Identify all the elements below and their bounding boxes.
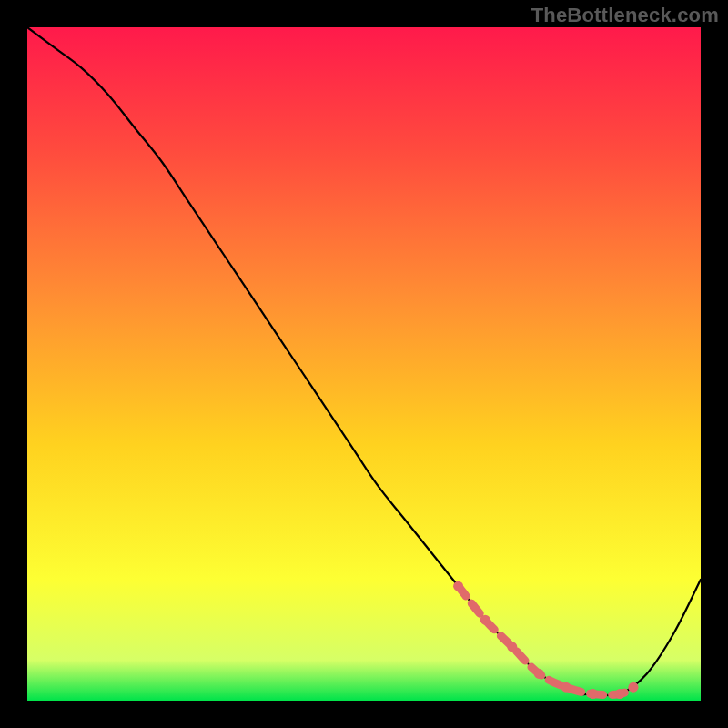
optimal-range-dot — [588, 689, 598, 699]
chart-stage: TheBottleneck.com — [0, 0, 728, 728]
attribution-text: TheBottleneck.com — [531, 4, 719, 27]
optimal-range-dot — [480, 615, 490, 625]
plot-area — [27, 27, 701, 701]
optimal-range-dot — [561, 682, 571, 693]
chart-svg — [27, 27, 701, 701]
gradient-background — [27, 27, 701, 701]
optimal-range-dot — [453, 581, 463, 592]
optimal-range-dot — [629, 682, 639, 693]
optimal-range-dot — [615, 689, 625, 699]
optimal-range-dot — [507, 642, 517, 652]
optimal-range-dot — [534, 669, 544, 679]
